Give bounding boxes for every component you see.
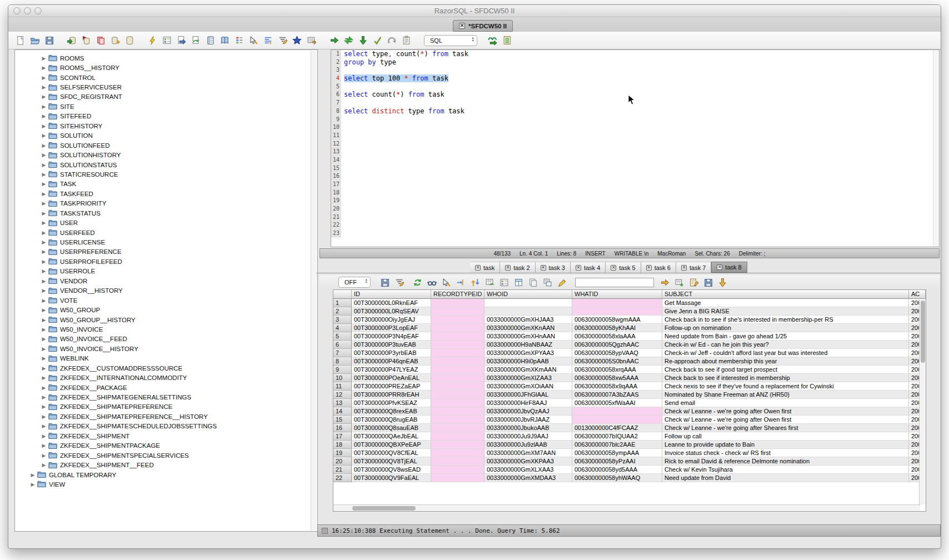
- table-row[interactable]: 1300T3000000PfvKSEAZ0033000000HirF8AAJ00…: [333, 399, 926, 407]
- toolbar-button-copy[interactable]: [528, 277, 538, 288]
- table-cell[interactable]: 00T3000000POeAnEAL: [352, 374, 431, 382]
- toolbar-button-clipboard[interactable]: [401, 35, 412, 46]
- document-tab-close-icon[interactable]: ✕: [459, 23, 465, 29]
- toolbar-button-note-edit[interactable]: [688, 277, 699, 288]
- table-cell[interactable]: [431, 441, 485, 449]
- table-cell[interactable]: [431, 382, 485, 391]
- expand-triangle-icon[interactable]: ▶: [41, 75, 47, 81]
- table-cell[interactable]: 0033000000Ju9zlAAB: [485, 441, 572, 449]
- table-cell[interactable]: [431, 341, 485, 349]
- table-cell[interactable]: Leanne to provide update to Bain: [662, 441, 909, 449]
- table-cell[interactable]: 00T3000000L0RknEAF: [352, 299, 431, 307]
- toolbar-button-bolt[interactable]: [147, 35, 158, 46]
- table-cell[interactable]: 0033000000GmXKnAAN: [485, 324, 572, 332]
- result-tab-task-6[interactable]: ✕task 6: [641, 262, 676, 273]
- sidebar-item-solutionstatus[interactable]: ▶SOLUTIONSTATUS: [15, 160, 317, 169]
- expand-triangle-icon[interactable]: ▶: [41, 191, 47, 197]
- sidebar-item-zkfedex__shipment[interactable]: ▶ZKFEDEX__SHIPMENT: [15, 431, 317, 441]
- row-number-cell[interactable]: 5: [333, 332, 352, 341]
- row-number-cell[interactable]: 10: [333, 374, 352, 382]
- expand-triangle-icon[interactable]: ▶: [41, 336, 47, 342]
- table-cell[interactable]: 006300000058x9qAAA: [572, 382, 662, 391]
- table-cell[interactable]: [485, 307, 572, 316]
- toolbar-button-down-gold[interactable]: [717, 277, 728, 288]
- toolbar-button-refresh-green[interactable]: [412, 277, 423, 288]
- table-cell[interactable]: Check w/ Leanne - we're going after Owen…: [662, 416, 909, 424]
- toolbar-button-db[interactable]: [124, 35, 135, 46]
- toolbar-button-table-go[interactable]: [306, 35, 317, 46]
- toolbar-button-save[interactable]: [379, 277, 390, 288]
- table-cell[interactable]: 00630000005xfWaAAI: [572, 399, 662, 407]
- table-cell[interactable]: Re-approach about membership this year: [662, 357, 909, 366]
- toolbar-button-save[interactable]: [44, 35, 54, 46]
- table-cell[interactable]: [485, 299, 572, 307]
- toolbar-button-new-file[interactable]: [15, 35, 26, 46]
- table-cell[interactable]: [572, 307, 662, 316]
- table-cell[interactable]: 006300000058wgmAAA: [572, 316, 662, 324]
- toolbar-button-highlighter[interactable]: [557, 277, 567, 288]
- table-row[interactable]: 400T3000000P3LopEAF0033000000GmXKnAAN006…: [333, 324, 926, 332]
- expand-triangle-icon[interactable]: ▶: [41, 278, 47, 284]
- sidebar-item-w50_group[interactable]: ▶W50_GROUP: [15, 305, 317, 314]
- row-number-cell[interactable]: 12: [333, 391, 352, 399]
- expand-triangle-icon[interactable]: ▶: [29, 472, 36, 478]
- sidebar-item-userlicense[interactable]: ▶USERLICENSE: [15, 237, 317, 247]
- editor-vertical-scrollbar[interactable]: [933, 50, 939, 247]
- table-row[interactable]: 1500T3000000Q8rugEAB0033000000JbvRJAAZCh…: [333, 416, 926, 424]
- table-cell[interactable]: [572, 407, 662, 416]
- expand-triangle-icon[interactable]: ▶: [41, 181, 47, 187]
- toolbar-button-file-refresh[interactable]: [191, 35, 201, 46]
- sidebar-item-w50_invoice[interactable]: ▶W50_INVOICE: [15, 324, 317, 334]
- table-cell[interactable]: 006300000058yd5AAA: [572, 466, 662, 474]
- toolbar-button-file-swap[interactable]: [176, 35, 187, 46]
- expand-triangle-icon[interactable]: ▶: [41, 394, 47, 400]
- toolbar-button-form[interactable]: [162, 35, 172, 46]
- sidebar-item-solution[interactable]: ▶SOLUTION: [15, 131, 317, 141]
- table-cell[interactable]: 0033000000GmXIZAA3: [485, 374, 572, 382]
- table-cell[interactable]: 00T3000000L0RqSEAV: [352, 307, 431, 316]
- toolbar-button-list[interactable]: [502, 35, 512, 46]
- table-cell[interactable]: Check w/ Leanne - we're going after Shea…: [662, 424, 909, 432]
- table-cell[interactable]: 0033000000GmXKmAAN: [485, 366, 572, 374]
- sidebar-item-staticresource[interactable]: ▶STATICRESOURCE: [15, 169, 317, 179]
- table-cell[interactable]: 00T3000000PRR8rEAH: [352, 391, 431, 399]
- table-cell[interactable]: 00T3000000P3yrbEAB: [352, 349, 431, 357]
- table-cell[interactable]: Rick to email David & reference Delmonte…: [662, 457, 909, 466]
- expand-triangle-icon[interactable]: ▶: [41, 356, 47, 361]
- table-row[interactable]: 1100T3000000PREZaEAP0033000000GmXOiAAN00…: [333, 382, 926, 391]
- result-tab-task-5[interactable]: ✕task 5: [606, 262, 641, 273]
- table-horizontal-scrollbar[interactable]: [333, 504, 920, 511]
- expand-triangle-icon[interactable]: ▶: [41, 307, 47, 313]
- expand-triangle-icon[interactable]: ▶: [41, 133, 47, 138]
- expand-triangle-icon[interactable]: ▶: [41, 56, 47, 61]
- table-cell[interactable]: Check-in w/ Ed - can he join this year?: [662, 341, 909, 349]
- sidebar-item-zkfedex__shipment__feed[interactable]: ▶ZKFEDEX__SHIPMENT__FEED: [15, 460, 317, 469]
- row-number-cell[interactable]: 17: [333, 432, 352, 441]
- result-tab-task-8[interactable]: ✕task 8: [711, 262, 747, 273]
- toolbar-button-db-in[interactable]: [67, 35, 77, 46]
- table-cell[interactable]: 0033000000GmXHJAA3: [485, 316, 572, 324]
- table-row[interactable]: 800T3000000P46qnEAB0033000000H9i0pAAB006…: [333, 357, 926, 366]
- table-cell[interactable]: 0033000000JFhGlAAL: [485, 391, 572, 399]
- expand-triangle-icon[interactable]: ▶: [41, 123, 47, 129]
- table-row[interactable]: 2100T3000000QV8wsEAD0033000000GmXLXAA300…: [333, 466, 926, 474]
- table-row[interactable]: 900T3000000P47LYEAZ0033000000GmXKmAAN006…: [333, 366, 926, 374]
- sql-editor[interactable]: 1select type, count(*) from task2group b…: [331, 49, 940, 247]
- tab-close-icon[interactable]: ✕: [541, 265, 546, 271]
- toolbar-button-connections[interactable]: [487, 35, 498, 46]
- sidebar-item-solutionfeed[interactable]: ▶SOLUTIONFEED: [15, 141, 317, 150]
- expand-triangle-icon[interactable]: ▶: [41, 162, 47, 168]
- expand-triangle-icon[interactable]: ▶: [41, 249, 47, 254]
- row-number-cell[interactable]: 7: [333, 349, 352, 357]
- table-cell[interactable]: [431, 416, 485, 424]
- row-number-cell[interactable]: 13: [333, 399, 352, 407]
- expand-triangle-icon[interactable]: ▶: [41, 433, 47, 439]
- table-cell[interactable]: 0033000000H9aNBAAZ: [485, 341, 572, 349]
- table-cell[interactable]: [431, 366, 485, 374]
- result-tab-task-4[interactable]: ✕task 4: [571, 262, 606, 273]
- expand-triangle-icon[interactable]: ▶: [41, 84, 47, 90]
- table-cell[interactable]: 00630000005QgzhAAC: [572, 341, 662, 349]
- table-row[interactable]: 600T3000000P3tuvEAB0033000000H9aNBAAZ006…: [333, 341, 926, 349]
- table-cell[interactable]: 00T3000000QV8TjEAL: [352, 457, 431, 466]
- table-cell[interactable]: 00T3000000Q8sauEAB: [352, 424, 431, 432]
